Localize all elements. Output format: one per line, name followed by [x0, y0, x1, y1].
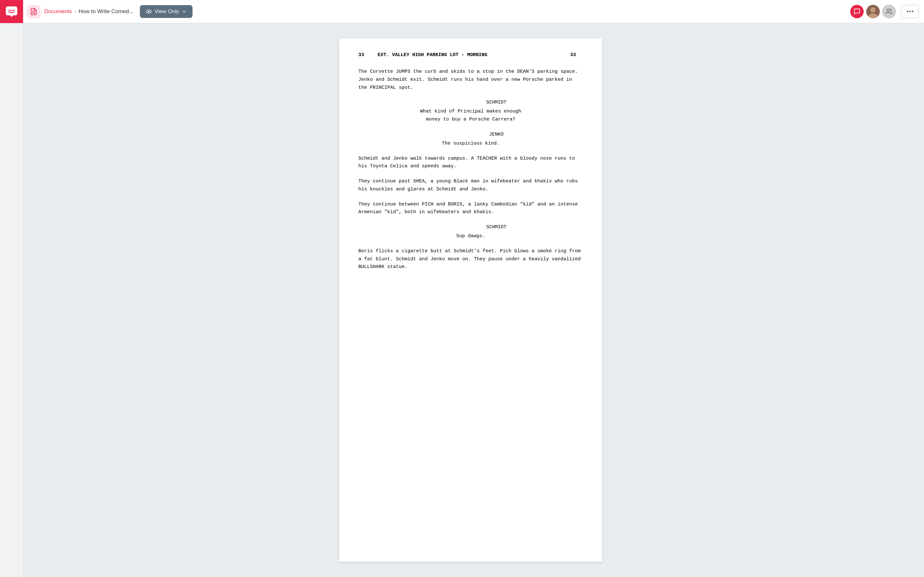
dialogue-text-1: What kind of Principal makes enoughmoney…: [359, 108, 583, 124]
content-area[interactable]: 33 EXT. VALLEY HIGH PARKING LOT - MORNIN…: [23, 23, 918, 577]
breadcrumb-current-doc: How to Write Comed...: [79, 8, 134, 15]
svg-marker-2: [10, 15, 13, 17]
breadcrumb-documents[interactable]: Documents: [44, 8, 72, 15]
dialogue-text-2: The suspicious kind.: [359, 140, 583, 148]
left-sidebar: [0, 23, 23, 577]
user-avatar[interactable]: [866, 5, 880, 18]
document-icon-button[interactable]: [27, 5, 40, 18]
action-line-3: They continue past SHEA, a young Black m…: [359, 177, 583, 193]
dialogue-text-3: Sup dawgs.: [359, 232, 583, 240]
more-dot-3: [912, 11, 913, 12]
comment-icon-button[interactable]: [850, 5, 864, 18]
character-name-3: SCHMIDT: [359, 223, 583, 231]
scene-number-left: 33: [359, 51, 371, 59]
app-logo: [0, 0, 23, 23]
view-only-button[interactable]: View Only: [140, 5, 192, 18]
chevron-down-icon: [182, 9, 187, 14]
dialogue-block-1: SCHMIDT What kind of Principal makes eno…: [359, 99, 583, 124]
svg-point-7: [148, 11, 150, 12]
scene-number-right: 33: [570, 51, 583, 59]
more-dot-2: [909, 11, 911, 12]
more-dot-1: [907, 11, 908, 12]
scene-heading: 33 EXT. VALLEY HIGH PARKING LOT - MORNIN…: [359, 51, 583, 59]
action-line-5: Boris flicks a cigarette butt at Schmidt…: [359, 247, 583, 271]
main-area: 33 EXT. VALLEY HIGH PARKING LOT - MORNIN…: [0, 23, 924, 577]
more-options-button[interactable]: [901, 5, 919, 18]
dialogue-block-3: SCHMIDT Sup dawgs.: [359, 223, 583, 240]
character-name-1: SCHMIDT: [359, 99, 583, 106]
breadcrumb-separator: ›: [74, 9, 76, 15]
topbar: Documents › How to Write Comed... View O…: [0, 0, 924, 23]
character-name-2: JENKO: [359, 131, 583, 139]
right-sidebar: [918, 23, 924, 577]
topbar-actions: [850, 5, 919, 18]
scene-title: EXT. VALLEY HIGH PARKING LOT - MORNING: [371, 51, 570, 59]
breadcrumb: Documents › How to Write Comed...: [44, 8, 134, 15]
action-line-4: They continue between PICH and BORIS, a …: [359, 201, 583, 217]
dialogue-block-2: JENKO The suspicious kind.: [359, 131, 583, 148]
eye-icon: [145, 8, 152, 15]
action-line-2: Schmidt and Jenko walk towards campus. A…: [359, 155, 583, 171]
view-only-label: View Only: [155, 8, 179, 15]
action-line-1: The Corvette JUMPS the curb and skids to…: [359, 68, 583, 92]
svg-point-9: [871, 7, 876, 13]
svg-point-11: [887, 9, 889, 11]
group-icon-button[interactable]: [882, 5, 896, 18]
script-page: 33 EXT. VALLEY HIGH PARKING LOT - MORNIN…: [339, 39, 602, 562]
